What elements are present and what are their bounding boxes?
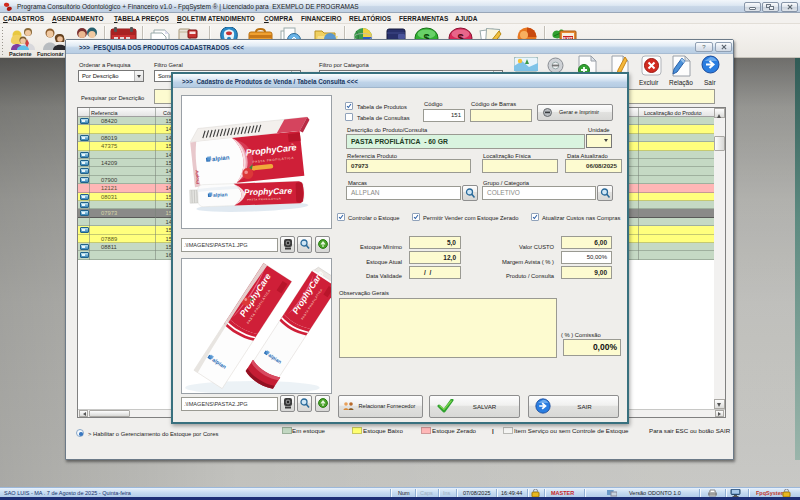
svg-text:alpian: alpian [213, 191, 228, 198]
svg-text:ProphyCare: ProphyCare [244, 186, 293, 198]
svg-text:60 g: 60 g [290, 143, 295, 149]
